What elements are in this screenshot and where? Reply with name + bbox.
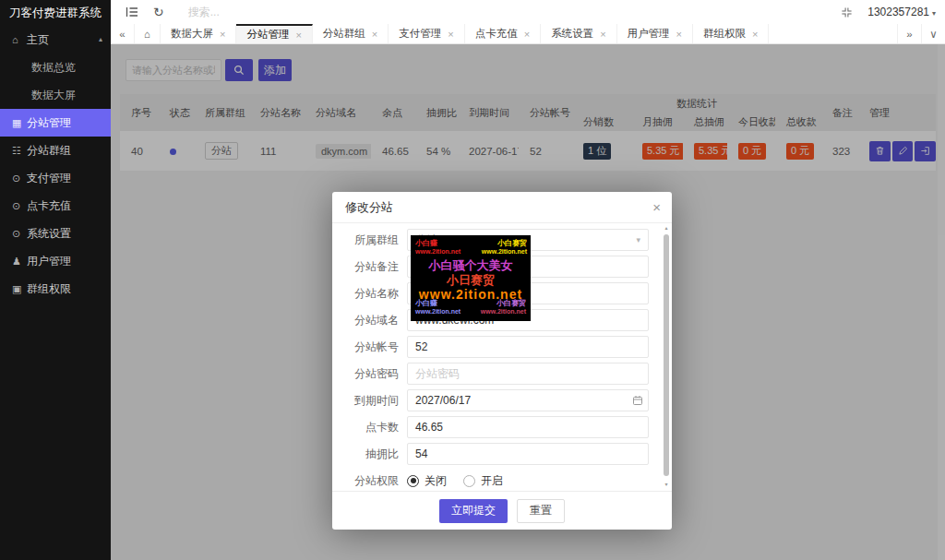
- tab-site-group[interactable]: 分站群组×: [313, 24, 389, 43]
- tab-close-icon[interactable]: ×: [600, 29, 605, 40]
- app-logo: 刀客付费进群系统: [0, 0, 111, 26]
- sidebar-item-label: 点卡充值: [27, 199, 71, 212]
- topbar: ↻ 1302357281▾: [111, 0, 945, 24]
- sidebar-item-pay-manage[interactable]: ⊙支付管理: [0, 164, 111, 192]
- radio-close[interactable]: 关闭: [407, 473, 447, 489]
- sidebar-item-label: 系统设置: [27, 227, 71, 240]
- tab-home[interactable]: ⌂: [135, 24, 161, 43]
- sidebar-item-user-manage[interactable]: ♟用户管理: [0, 247, 111, 275]
- modal-title: 修改分站: [345, 200, 393, 214]
- home-icon: ⌂: [144, 29, 150, 40]
- field-expire: 到期时间: [341, 389, 649, 411]
- field-password: 分站密码: [341, 363, 649, 385]
- user-dropdown[interactable]: 1302357281▾: [867, 6, 936, 18]
- home-icon: ⌂: [12, 26, 27, 54]
- fullscreen-icon[interactable]: [841, 6, 853, 18]
- sidebar-item-label: 分站群组: [27, 144, 71, 157]
- modal-close-icon[interactable]: ×: [652, 192, 661, 223]
- tab-close-icon[interactable]: ×: [295, 30, 301, 41]
- sidebar-item-card-recharge[interactable]: ⊙点卡充值: [0, 192, 111, 220]
- tabbar: « ⌂ 数据大屏× 分站管理× 分站群组× 支付管理× 点卡充值× 系统设置× …: [111, 24, 945, 44]
- site-password-input[interactable]: [407, 363, 649, 385]
- tab-close-icon[interactable]: ×: [752, 29, 758, 40]
- sidebar-item-system-settings[interactable]: ⊙系统设置: [0, 220, 111, 247]
- global-search-input[interactable]: [188, 6, 317, 18]
- tab-group-permission[interactable]: 群组权限×: [693, 24, 769, 43]
- username: 1302357281: [867, 6, 929, 18]
- field-permission: 分站权限 关闭 开启: [341, 470, 649, 491]
- submit-button[interactable]: 立即提交: [439, 499, 508, 523]
- sidebar-item-site-group[interactable]: ☷分站群组: [0, 137, 111, 164]
- scrollbar-thumb[interactable]: [664, 234, 669, 476]
- expire-date-input[interactable]: [407, 389, 649, 411]
- tabs-scroll-left[interactable]: «: [111, 24, 135, 43]
- sidebar-item-data-screen[interactable]: 数据大屏: [0, 81, 111, 109]
- tabs-more-icon[interactable]: »: [897, 24, 921, 43]
- radio-unselected-icon: [463, 475, 475, 487]
- tab-close-icon[interactable]: ×: [448, 29, 453, 40]
- tab-system-settings[interactable]: 系统设置×: [541, 24, 616, 43]
- sidebar-nav: ⌂主页 ▴ 数据总览 数据大屏 ▦分站管理 ☷分站群组 ⊙支付管理 ⊙点卡充值 …: [0, 26, 111, 303]
- pay-manage-icon: ⊙: [12, 164, 27, 192]
- tabs-menu-icon[interactable]: ∨: [921, 24, 945, 43]
- tab-site-manage[interactable]: 分站管理×: [236, 24, 312, 43]
- refresh-icon[interactable]: ↻: [153, 6, 164, 18]
- edit-site-modal: 修改分站 × 所属群组 分站 ▾ 分站备注 分站名称 分站域名 分站帐号 分站密…: [332, 192, 672, 530]
- site-manage-icon: ▦: [12, 109, 27, 137]
- sidebar-item-label: 分站管理: [27, 116, 71, 129]
- tab-data-screen[interactable]: 数据大屏×: [161, 24, 236, 43]
- caret-down-icon: ▾: [636, 230, 640, 250]
- caret-up-icon: ▴: [99, 26, 102, 54]
- site-account-input[interactable]: [407, 336, 649, 358]
- group-permission-icon: ▣: [12, 275, 27, 303]
- scroll-down-icon[interactable]: ▾: [664, 482, 669, 487]
- topbar-right: 1302357281▾: [826, 6, 945, 18]
- tab-user-manage[interactable]: 用户管理×: [617, 24, 693, 43]
- sidebar: 刀客付费进群系统 ⌂主页 ▴ 数据总览 数据大屏 ▦分站管理 ☷分站群组 ⊙支付…: [0, 0, 111, 560]
- modal-scrollbar: ▴ ▾: [664, 225, 669, 487]
- reset-button[interactable]: 重置: [517, 499, 565, 523]
- tab-close-icon[interactable]: ×: [676, 29, 682, 40]
- tab-close-icon[interactable]: ×: [524, 29, 530, 40]
- tab-close-icon[interactable]: ×: [220, 29, 225, 40]
- radio-selected-icon: [407, 475, 419, 487]
- sidebar-item-data-overview[interactable]: 数据总览: [0, 54, 111, 81]
- tab-pay-manage[interactable]: 支付管理×: [389, 24, 464, 43]
- tab-close-icon[interactable]: ×: [372, 29, 377, 40]
- tab-card-recharge[interactable]: 点卡充值×: [465, 24, 541, 43]
- sidebar-item-group-permission[interactable]: ▣群组权限: [0, 275, 111, 303]
- field-points: 点卡数: [341, 416, 649, 438]
- calendar-icon: [632, 395, 643, 409]
- field-rate: 抽拥比: [341, 443, 649, 465]
- caret-down-icon: ▾: [932, 9, 936, 18]
- sidebar-item-label: 主页: [27, 33, 49, 46]
- field-account: 分站帐号: [341, 336, 649, 358]
- sidebar-item-label: 支付管理: [27, 172, 71, 185]
- rate-input[interactable]: [407, 443, 649, 465]
- modal-header: 修改分站 ×: [332, 192, 672, 223]
- sidebar-item-site-manage[interactable]: ▦分站管理: [0, 109, 111, 137]
- card-recharge-icon: ⊙: [12, 192, 27, 220]
- scroll-up-icon[interactable]: ▴: [664, 225, 669, 231]
- watermark-image: 小白赚www.2ition.net 小白赛贸www.2ition.net 小白骚…: [411, 235, 531, 321]
- user-manage-icon: ♟: [12, 247, 27, 275]
- sidebar-item-label: 用户管理: [27, 255, 71, 268]
- modal-footer: 立即提交 重置: [332, 491, 672, 530]
- points-input[interactable]: [407, 416, 649, 438]
- radio-open[interactable]: 开启: [463, 473, 503, 489]
- system-settings-icon: ⊙: [12, 220, 27, 247]
- sidebar-item-home[interactable]: ⌂主页 ▴: [0, 26, 111, 54]
- sidebar-fold-icon[interactable]: [126, 6, 138, 18]
- sidebar-item-label: 群组权限: [27, 282, 71, 295]
- site-group-icon: ☷: [12, 137, 27, 164]
